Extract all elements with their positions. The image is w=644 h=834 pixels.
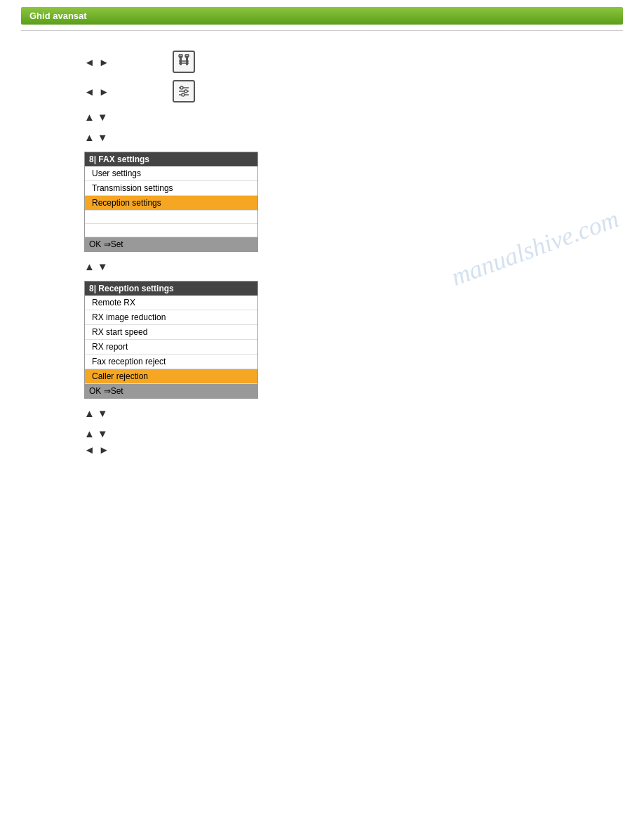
step5-row xyxy=(42,260,602,272)
fax-menu-item-transmission-settings[interactable]: Transmission settings xyxy=(85,181,257,196)
main-content: manualshive.com xyxy=(0,37,644,471)
sliders-icon xyxy=(173,80,195,102)
left-arrow-3[interactable] xyxy=(84,444,95,456)
up-arrow-3[interactable] xyxy=(84,260,95,272)
step1-row xyxy=(42,51,602,73)
fax-menu-item-reception-settings[interactable]: Reception settings xyxy=(85,196,257,211)
lr-arrows-2[interactable] xyxy=(84,86,109,98)
ud-arrows-5[interactable] xyxy=(84,428,108,439)
reception-menu-item-rx-start-speed[interactable]: RX start speed xyxy=(85,325,257,340)
svg-point-10 xyxy=(185,90,187,93)
tools-icon xyxy=(173,51,195,73)
reception-menu-item-fax-reception-reject[interactable]: Fax reception reject xyxy=(85,355,257,369)
left-arrow-1[interactable] xyxy=(84,56,95,68)
right-arrow-3[interactable] xyxy=(99,444,109,456)
fax-menu-header: 8| FAX settings xyxy=(85,152,257,166)
reception-menu-item-rx-report[interactable]: RX report xyxy=(85,340,257,355)
right-arrow-2[interactable] xyxy=(99,86,109,98)
right-arrow-1[interactable] xyxy=(99,56,109,68)
combined-arrows xyxy=(84,428,109,456)
watermark: manualshive.com xyxy=(447,204,622,291)
reception-menu-item-caller-rejection[interactable]: Caller rejection xyxy=(85,369,257,384)
header-title: Ghid avansat xyxy=(29,11,87,21)
fax-menu-item-empty2 xyxy=(85,224,257,237)
step2-row xyxy=(42,80,602,102)
reception-settings-menu: 8| Reception settings Remote RX RX image… xyxy=(84,281,258,399)
page-header: Ghid avansat xyxy=(21,7,623,25)
ud-arrows-2[interactable] xyxy=(84,131,108,143)
up-arrow-1[interactable] xyxy=(84,111,95,123)
down-arrow-4[interactable] xyxy=(98,407,108,419)
down-arrow-5[interactable] xyxy=(98,428,108,439)
step6-row xyxy=(42,407,602,419)
lr-arrows-1[interactable] xyxy=(84,56,109,68)
step7-row xyxy=(42,428,602,456)
ud-arrows-1[interactable] xyxy=(84,111,108,123)
lr-arrows-3[interactable] xyxy=(84,444,109,456)
ud-arrows-3[interactable] xyxy=(84,260,108,272)
step4-row xyxy=(42,131,602,143)
reception-menu-header: 8| Reception settings xyxy=(85,282,257,296)
up-arrow-4[interactable] xyxy=(84,407,95,419)
header-divider xyxy=(21,30,623,31)
up-arrow-2[interactable] xyxy=(84,131,95,143)
svg-point-11 xyxy=(182,93,185,96)
fax-menu-item-user-settings[interactable]: User settings xyxy=(85,166,257,181)
down-arrow-2[interactable] xyxy=(98,131,108,143)
reception-menu-item-remote-rx[interactable]: Remote RX xyxy=(85,296,257,310)
reception-menu-item-rx-image-reduction[interactable]: RX image reduction xyxy=(85,310,257,325)
svg-point-9 xyxy=(180,86,183,89)
fax-menu-item-empty1 xyxy=(85,211,257,224)
up-arrow-5[interactable] xyxy=(84,428,95,439)
reception-menu-footer: OK ⇒Set xyxy=(85,384,257,398)
fax-settings-menu: 8| FAX settings User settings Transmissi… xyxy=(84,152,258,252)
left-arrow-2[interactable] xyxy=(84,86,95,98)
fax-menu-footer: OK ⇒Set xyxy=(85,237,257,251)
down-arrow-1[interactable] xyxy=(98,111,108,123)
ud-arrows-4[interactable] xyxy=(84,407,108,419)
step3-row xyxy=(42,111,602,123)
down-arrow-3[interactable] xyxy=(98,260,108,272)
